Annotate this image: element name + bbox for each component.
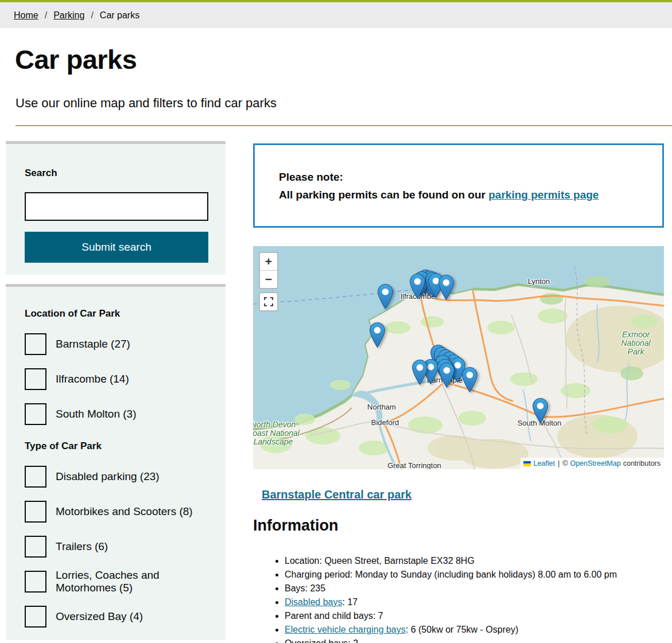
filter-option-label[interactable]: Trailers (6) xyxy=(56,540,108,553)
fullscreen-icon xyxy=(264,297,273,306)
map-marker-icon[interactable] xyxy=(410,274,425,299)
filter-group-heading: Type of Car Park xyxy=(25,441,208,452)
car-park-result-link[interactable]: Barnstaple Central car park xyxy=(262,488,411,501)
filter-option-row: Disabled parking (23) xyxy=(25,466,208,488)
ukraine-flag-icon xyxy=(523,461,531,466)
map-marker-icon[interactable] xyxy=(439,363,455,388)
breadcrumb-link-home[interactable]: Home xyxy=(14,10,38,21)
parking-permits-link[interactable]: parking permits page xyxy=(488,189,599,201)
detail-text: : 6 (50kw or 75kw - Osprey) xyxy=(406,625,519,634)
openstreetmap-link[interactable]: OpenStreetMap xyxy=(570,459,620,467)
list-item: Electric vehicle charging bays: 6 (50kw … xyxy=(285,623,658,637)
detail-text: : 17 xyxy=(343,597,358,607)
filter-option-row: Trailers (6) xyxy=(25,536,208,558)
filter-checkbox-barnstaple[interactable] xyxy=(25,333,46,355)
detail-link[interactable]: Disabled bays xyxy=(285,597,343,607)
map-marker-icon[interactable] xyxy=(462,367,477,392)
map-area-label-line: Park xyxy=(621,348,650,356)
filter-option-row: Oversized Bay (4) xyxy=(25,606,208,628)
map-attribution: Leaflet | © OpenStreetMap contributors xyxy=(520,458,664,469)
map-area-label-line: Exmoor xyxy=(621,330,650,339)
leaflet-link[interactable]: Leaflet xyxy=(533,459,555,467)
filters-panel: Location of Car ParkBarnstaple (27)Ilfra… xyxy=(6,284,226,640)
list-item: Oversized bays: 2 xyxy=(285,637,658,643)
map-area-label-line: Coast National xyxy=(253,429,300,438)
map-marker-icon[interactable] xyxy=(533,398,548,423)
map-marker-icon[interactable] xyxy=(378,284,393,309)
map-area-label: North DevonCoast NationalLandscape xyxy=(253,420,300,446)
notice-text: All parking permits can be found on our … xyxy=(279,186,645,204)
map-town-label: Northam xyxy=(367,403,396,411)
notice-heading: Please note: xyxy=(279,168,645,186)
map-town-label: Lynton xyxy=(528,277,550,286)
zoom-control: + − xyxy=(259,252,278,289)
filter-option-label[interactable]: Oversized Bay (4) xyxy=(56,610,143,623)
filter-group-heading: Location of Car Park xyxy=(25,308,208,319)
filter-checkbox-oversized-bay[interactable] xyxy=(25,606,46,628)
information-heading: Information xyxy=(253,517,339,535)
detail-text: Bays: 235 xyxy=(285,583,325,593)
detail-text: Location: Queen Street, Barnstaple EX32 … xyxy=(285,556,475,566)
filter-option-row: Barnstaple (27) xyxy=(25,333,208,355)
map-area-label-line: Landscape xyxy=(253,438,300,446)
list-item: Parent and child bays: 7 xyxy=(285,609,658,623)
detail-text: Parent and child bays: 7 xyxy=(285,611,383,621)
list-item: Location: Queen Street, Barnstaple EX32 … xyxy=(285,554,658,568)
filter-checkbox-disabled-parking[interactable] xyxy=(25,466,46,488)
map-marker-icon[interactable] xyxy=(438,275,454,300)
list-item: Charging period: Monday to Sunday (inclu… xyxy=(285,568,658,582)
filter-option-label[interactable]: Lorries, Coaches and Motorhomes (5) xyxy=(56,569,208,594)
list-item: Disabled bays: 17 xyxy=(285,595,658,609)
filter-checkbox-lorries-coaches-and-motorhomes[interactable] xyxy=(25,571,46,593)
copyright-symbol: © xyxy=(562,459,568,467)
filter-option-label[interactable]: South Molton (3) xyxy=(56,408,136,420)
map-area-label-line: National xyxy=(621,339,650,348)
page-title: Car parks xyxy=(15,44,137,75)
filter-checkbox-south-molton[interactable] xyxy=(25,403,46,425)
filter-group: Location of Car ParkBarnstaple (27)Ilfra… xyxy=(25,308,208,425)
search-input[interactable] xyxy=(25,192,208,221)
filter-group: Type of Car ParkDisabled parking (23)Mot… xyxy=(25,441,208,628)
filter-option-row: South Molton (3) xyxy=(25,403,208,425)
notice-text-before-link: All parking permits can be found on our xyxy=(279,189,488,201)
zoom-in-button[interactable]: + xyxy=(260,253,277,271)
zoom-out-button[interactable]: − xyxy=(260,271,277,288)
filter-option-row: Lorries, Coaches and Motorhomes (5) xyxy=(25,571,208,593)
filter-option-row: Ilfracombe (14) xyxy=(25,368,208,390)
filter-checkbox-trailers[interactable] xyxy=(25,536,46,558)
filter-option-row: Motorbikes and Scooters (8) xyxy=(25,501,208,523)
filter-option-label[interactable]: Barnstaple (27) xyxy=(56,338,130,350)
breadcrumb-current: Car parks xyxy=(100,10,139,21)
detail-link[interactable]: Electric vehicle charging bays xyxy=(285,625,406,634)
notice-box: Please note: All parking permits can be … xyxy=(253,143,664,228)
attribution-separator: | xyxy=(557,459,560,467)
contributors-text: contributors xyxy=(623,459,661,467)
map-town-label: Bideford xyxy=(371,418,399,427)
filter-checkbox-ilfracombe[interactable] xyxy=(25,368,46,390)
car-park-details-list: Location: Queen Street, Barnstaple EX32 … xyxy=(253,554,658,643)
filter-option-label[interactable]: Ilfracombe (14) xyxy=(56,373,129,385)
submit-search-button[interactable]: Submit search xyxy=(25,232,208,263)
search-panel: Search Submit search xyxy=(6,141,226,275)
map-town-label: Great Torrington xyxy=(387,461,441,470)
breadcrumb-separator: / xyxy=(45,10,47,21)
filter-option-label[interactable]: Disabled parking (23) xyxy=(56,470,160,483)
detail-text: Oversized bays: 2 xyxy=(285,638,358,643)
detail-text: Charging period: Monday to Sunday (inclu… xyxy=(285,570,617,579)
list-item: Bays: 235 xyxy=(285,582,658,595)
fullscreen-button[interactable] xyxy=(259,292,278,311)
map-area-label: ExmoorNationalPark xyxy=(621,330,650,356)
page-subtitle: Use our online map and filters to find c… xyxy=(15,96,277,111)
map-area-label-line: North Devon xyxy=(253,420,300,429)
breadcrumb-separator: / xyxy=(91,10,93,21)
search-heading: Search xyxy=(25,144,208,179)
leaflet-map[interactable]: LyntonIlfracombeBarnstapleNorthamBidefor… xyxy=(253,246,664,469)
breadcrumb-link-parking[interactable]: Parking xyxy=(53,10,84,21)
filter-checkbox-motorbikes-and-scooters[interactable] xyxy=(25,501,46,523)
map-marker-icon[interactable] xyxy=(412,360,428,385)
main-content: Please note: All parking permits can be … xyxy=(253,0,664,643)
map-marker-icon[interactable] xyxy=(370,322,385,348)
filter-option-label[interactable]: Motorbikes and Scooters (8) xyxy=(56,505,193,518)
